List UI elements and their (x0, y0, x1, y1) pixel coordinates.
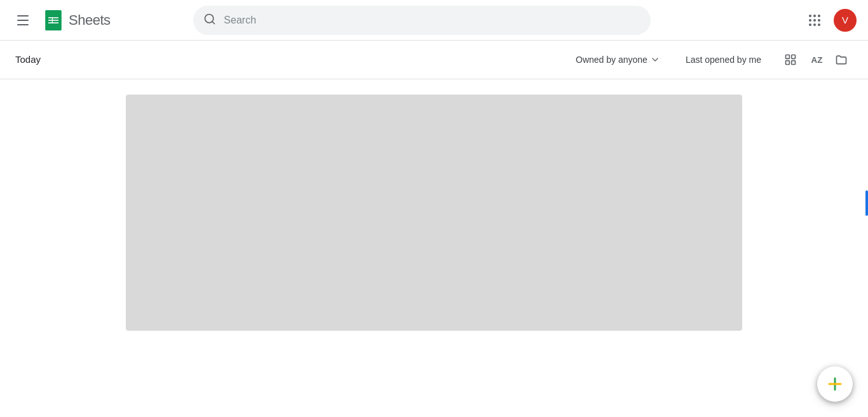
grid-view-button[interactable] (779, 48, 802, 71)
chevron-down-icon (650, 55, 660, 65)
menu-button[interactable] (10, 8, 36, 33)
fab-plus-icon (826, 375, 844, 393)
scrollbar-indicator (865, 190, 868, 216)
apps-grid-button[interactable] (802, 8, 827, 33)
filter-bar: Today Owned by anyone Last opened by me (0, 41, 868, 79)
header-right-actions: V (802, 8, 858, 33)
app-header: Sheets V (0, 0, 868, 41)
folder-button[interactable] (830, 48, 853, 71)
svg-rect-3 (48, 22, 58, 23)
filter-right: Owned by anyone Last opened by me AZ (568, 48, 853, 71)
avatar: V (834, 9, 857, 32)
owned-by-label: Owned by anyone (576, 55, 648, 65)
svg-text:AZ: AZ (811, 55, 823, 65)
sort-button[interactable]: AZ (804, 48, 827, 71)
search-input[interactable] (193, 6, 651, 35)
filter-left: Today (15, 54, 41, 65)
view-toggle-group: AZ (779, 48, 853, 71)
app-logo[interactable]: Sheets (41, 8, 111, 33)
svg-rect-6 (786, 55, 790, 59)
grid-dots-icon (809, 15, 820, 26)
app-name-label: Sheets (69, 12, 111, 29)
sort-icon: AZ (810, 53, 822, 66)
grid-view-icon (784, 53, 797, 66)
svg-rect-2 (48, 20, 58, 21)
last-opened-label: Last opened by me (686, 55, 761, 65)
account-button[interactable]: V (832, 8, 858, 33)
svg-rect-8 (786, 61, 790, 65)
new-spreadsheet-fab[interactable] (817, 366, 853, 402)
hamburger-icon (17, 15, 29, 25)
svg-rect-9 (792, 61, 796, 65)
svg-rect-7 (792, 55, 796, 59)
folder-icon (835, 53, 848, 66)
svg-rect-1 (48, 17, 58, 18)
section-label: Today (15, 54, 41, 65)
owned-by-dropdown[interactable]: Owned by anyone (568, 51, 668, 69)
search-bar-container (193, 6, 651, 35)
last-opened-button[interactable]: Last opened by me (678, 51, 769, 69)
content-placeholder-card (126, 95, 742, 331)
main-content (0, 79, 868, 346)
sheets-logo-icon (41, 8, 66, 33)
